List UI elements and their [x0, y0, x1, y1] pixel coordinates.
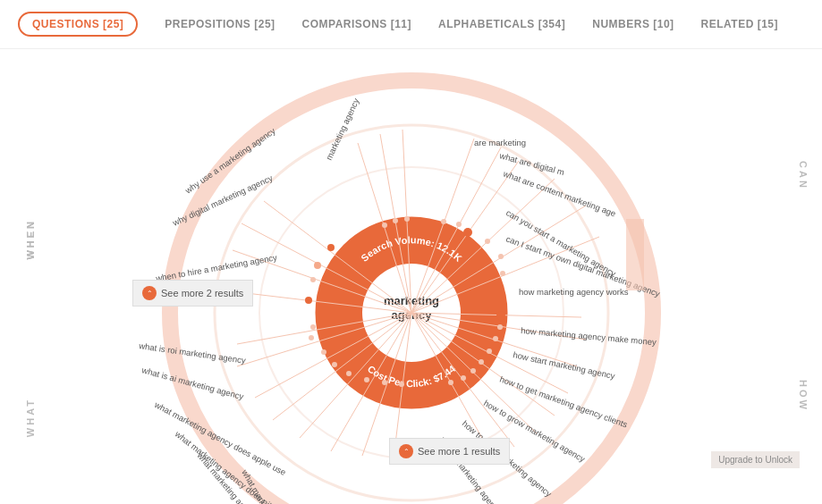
see-more-bottom-label: See more 1 results: [418, 446, 500, 457]
see-more-icon-bottom: ⌃: [399, 444, 413, 458]
svg-point-61: [393, 218, 398, 223]
svg-point-35: [500, 271, 505, 276]
see-more-left-label: See more 2 results: [161, 288, 243, 298]
upgrade-box[interactable]: Upgrade to Unlock: [711, 451, 800, 468]
svg-point-25: [364, 377, 369, 382]
svg-point-49: [461, 375, 466, 381]
svg-point-45: [479, 359, 484, 365]
see-more-left[interactable]: ⌃ See more 2 results: [132, 280, 253, 307]
svg-point-57: [441, 219, 446, 224]
svg-point-15: [310, 324, 316, 330]
svg-point-39: [497, 324, 503, 330]
svg-point-59: [404, 216, 410, 222]
svg-point-41: [493, 336, 498, 341]
svg-point-51: [448, 380, 453, 385]
see-more-icon-left: ⌃: [142, 286, 157, 300]
svg-point-29: [399, 382, 404, 387]
tab-bar: QUESTIONS [25] PREPOSITIONS [25] COMPARI…: [0, 0, 822, 49]
svg-point-9: [314, 262, 321, 269]
svg-point-17: [309, 335, 314, 340]
svg-point-37: [496, 311, 505, 320]
viz-area: marketing agency Search Volume: 12.1K Co…: [0, 49, 822, 504]
spoke-label: how marketing agency works: [519, 287, 629, 297]
wheel-svg: marketing agency Search Volume: 12.1K Co…: [0, 49, 822, 504]
tab-prepositions[interactable]: PREPOSITIONS [25]: [165, 18, 275, 30]
svg-point-11: [310, 277, 316, 282]
svg-point-63: [382, 223, 387, 228]
tab-numbers[interactable]: NUMBERS [10]: [592, 18, 674, 30]
svg-point-53: [463, 228, 472, 237]
svg-point-21: [332, 362, 337, 367]
svg-point-55: [456, 222, 462, 227]
spoke-label: are marketing: [474, 138, 526, 147]
how-label-text: HOW: [798, 380, 809, 412]
svg-point-23: [346, 371, 352, 376]
tab-questions[interactable]: QUESTIONS [25]: [18, 12, 138, 37]
svg-point-31: [485, 239, 490, 244]
what-label-text: WHAT: [25, 398, 36, 437]
can-label-text: CAN: [798, 161, 809, 190]
svg-point-33: [498, 254, 504, 259]
when-label-text: WHEN: [25, 219, 36, 260]
svg-point-27: [382, 380, 387, 385]
see-more-bottom[interactable]: ⌃ See more 1 results: [389, 438, 510, 465]
spoke-label: marketing agency: [324, 97, 361, 162]
svg-point-47: [470, 368, 476, 374]
spoke-label: what is roi marketing agency: [138, 340, 247, 365]
upgrade-label: Upgrade to Unlock: [718, 455, 792, 465]
svg-point-19: [321, 349, 326, 355]
svg-point-13: [305, 297, 312, 304]
tab-comparisons[interactable]: COMPARISONS [11]: [302, 18, 411, 30]
spoke-label: how marketing agency make money: [521, 325, 657, 347]
tab-alphabeticals[interactable]: ALPHABETICALS [354]: [438, 18, 565, 30]
app-container: QUESTIONS [25] PREPOSITIONS [25] COMPARI…: [0, 0, 822, 504]
svg-point-7: [327, 244, 335, 251]
svg-point-43: [487, 349, 492, 354]
tab-related[interactable]: RELATED [15]: [701, 18, 778, 30]
